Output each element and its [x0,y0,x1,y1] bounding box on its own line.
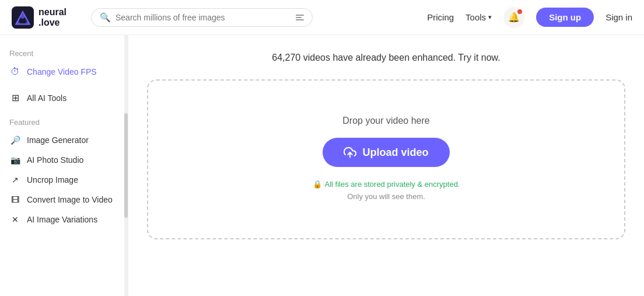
search-icon: 🔍 [100,12,111,23]
main-content: 64,270 videos have already been enhanced… [128,35,644,296]
svg-point-2 [20,14,25,19]
notification-button[interactable]: 🔔 [503,7,524,28]
svg-point-4 [26,21,29,25]
drop-zone[interactable]: Drop your video here Upload video 🔒 All … [147,79,625,239]
variations-icon: ✕ [9,215,21,224]
upload-video-button[interactable]: Upload video [323,138,449,167]
logo-icon [12,6,34,29]
drop-label: Drop your video here [342,116,429,126]
signup-button[interactable]: Sign up [536,8,594,27]
photo-studio-icon: 📷 [9,155,21,165]
sidebar-item-ai-photo-studio[interactable]: 📷 AI Photo Studio [0,150,128,170]
image-generator-icon: 🔎 [9,135,21,145]
svg-point-3 [17,21,20,25]
logo[interactable]: neural .love [12,6,82,29]
tools-menu-button[interactable]: Tools ▾ [466,12,492,22]
grid-icon: ⊞ [9,92,21,103]
signin-link[interactable]: Sign in [606,12,632,22]
clock-icon: ⏱ [9,67,21,77]
sidebar-scrollbar-thumb[interactable] [124,113,128,218]
sidebar-item-ai-image-variations[interactable]: ✕ AI Image Variations [0,210,128,229]
uncrop-icon: ↗ [9,175,21,184]
featured-section-label: Featured [0,113,128,130]
search-bar[interactable]: 🔍 [91,8,313,27]
sidebar-scrollbar-track [124,35,128,296]
tagline: 64,270 videos have already been enhanced… [272,53,500,63]
header: neural .love 🔍 Pricing Tools ▾ 🔔 Sign up… [0,0,644,35]
privacy-text: 🔒 All files are stored privately & encry… [313,179,460,203]
notification-dot [517,9,522,14]
sidebar-item-all-ai-tools[interactable]: ⊞ All AI Tools [0,87,128,109]
filter-icon[interactable] [296,15,304,20]
lock-icon: 🔒 [313,179,322,191]
search-input[interactable] [116,13,291,22]
layout: Recent ⏱ Change Video FPS ⊞ All AI Tools… [0,35,644,296]
upload-icon [344,146,356,159]
pricing-link[interactable]: Pricing [427,12,454,22]
sidebar-item-uncrop-image[interactable]: ↗ Uncrop Image [0,170,128,190]
recent-section-label: Recent [0,44,128,61]
sidebar: Recent ⏱ Change Video FPS ⊞ All AI Tools… [0,35,128,296]
sidebar-item-change-video-fps[interactable]: ⏱ Change Video FPS [0,61,128,82]
sidebar-item-image-generator[interactable]: 🔎 Image Generator [0,130,128,150]
sidebar-item-convert-image-to-video[interactable]: 🎞 Convert Image to Video [0,190,128,210]
chevron-down-icon: ▾ [488,13,492,21]
header-nav: Pricing Tools ▾ 🔔 Sign up Sign in [427,7,632,28]
convert-icon: 🎞 [9,195,21,204]
logo-text: neural .love [38,7,66,27]
